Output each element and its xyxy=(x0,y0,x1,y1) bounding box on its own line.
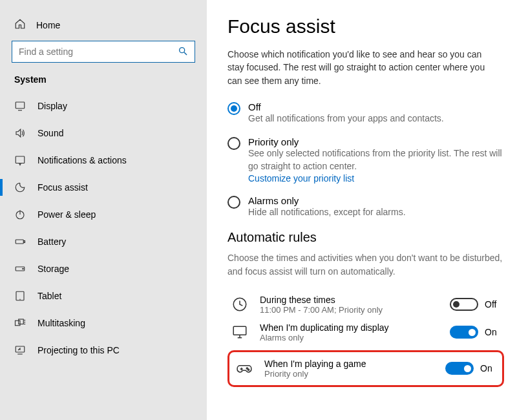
storage-icon xyxy=(14,263,26,275)
svg-marker-4 xyxy=(16,129,21,137)
option-off-hint: Get all notifications from your apps and… xyxy=(248,112,504,125)
display-icon xyxy=(14,100,26,112)
sidebar-item-label: Sound xyxy=(37,128,63,138)
svg-rect-10 xyxy=(24,241,25,243)
rule-duplicating-toggle[interactable] xyxy=(450,326,478,339)
battery-icon xyxy=(14,236,26,247)
rule-times-toggle[interactable] xyxy=(450,298,478,311)
sidebar-item-label: Battery xyxy=(37,236,66,247)
page-description: Choose which notification you'd like to … xyxy=(227,48,499,87)
svg-line-1 xyxy=(184,52,187,55)
rule-gaming-state: On xyxy=(480,363,497,373)
rule-times-label: During these times xyxy=(260,295,439,305)
svg-rect-5 xyxy=(16,156,25,163)
multitasking-icon xyxy=(14,317,26,329)
gamepad-icon xyxy=(235,359,254,378)
category-label: System xyxy=(0,74,207,92)
notifications-icon xyxy=(14,154,26,166)
sidebar-item-notifications[interactable]: Notifications & actions xyxy=(0,147,207,174)
rules-description: Choose the times and activities when you… xyxy=(227,251,504,278)
sidebar-item-battery[interactable]: Battery xyxy=(0,228,207,255)
sidebar-item-label: Multitasking xyxy=(37,318,85,328)
option-off[interactable]: Off Get all notifications from your apps… xyxy=(227,101,504,125)
sidebar-item-power[interactable]: Power & sleep xyxy=(0,201,207,228)
option-priority-hint: See only selected notifications from the… xyxy=(248,147,504,173)
sidebar-item-display[interactable]: Display xyxy=(0,92,207,120)
highlight-annotation: When I'm playing a game Priority only On xyxy=(227,350,504,387)
settings-sidebar: Home System Display Sound Notifications … xyxy=(0,0,207,420)
sidebar-item-label: Display xyxy=(37,101,67,111)
sidebar-item-tablet[interactable]: Tablet xyxy=(0,282,207,310)
sidebar-item-label: Projecting to this PC xyxy=(37,345,120,355)
home-link[interactable]: Home xyxy=(0,12,207,41)
svg-rect-9 xyxy=(16,240,23,244)
svg-rect-2 xyxy=(16,102,25,109)
rules-heading: Automatic rules xyxy=(227,230,504,245)
search-icon xyxy=(178,46,188,58)
svg-point-12 xyxy=(23,268,24,269)
power-icon xyxy=(14,209,26,220)
clock-icon xyxy=(230,295,249,314)
main-content: Focus assist Choose which notification y… xyxy=(207,0,517,420)
option-priority[interactable]: Priority only See only selected notifica… xyxy=(227,136,504,183)
svg-point-28 xyxy=(246,368,248,369)
focus-assist-icon xyxy=(14,182,26,193)
rule-gaming-label: When I'm playing a game xyxy=(264,359,435,369)
svg-marker-6 xyxy=(19,163,21,165)
rule-gaming[interactable]: When I'm playing a game Priority only On xyxy=(232,355,500,383)
rule-times-state: Off xyxy=(485,299,501,310)
rule-duplicating[interactable]: When I'm duplicating my display Alarms o… xyxy=(227,319,504,346)
sidebar-item-label: Power & sleep xyxy=(37,209,96,220)
svg-rect-15 xyxy=(16,320,21,326)
svg-rect-16 xyxy=(19,319,24,324)
search-input[interactable] xyxy=(19,47,178,57)
sidebar-item-label: Storage xyxy=(37,264,69,274)
sidebar-item-label: Notifications & actions xyxy=(37,155,127,165)
rule-gaming-toggle[interactable] xyxy=(445,362,474,375)
rule-duplicating-label: When I'm duplicating my display xyxy=(260,322,439,333)
sidebar-item-multitasking[interactable]: Multitasking xyxy=(0,310,207,337)
tablet-icon xyxy=(14,290,26,302)
sidebar-item-focus-assist[interactable]: Focus assist xyxy=(0,174,207,201)
rule-times[interactable]: During these times 11:00 PM - 7:00 AM; P… xyxy=(227,291,504,319)
sound-icon xyxy=(14,127,26,139)
option-priority-label: Priority only xyxy=(248,136,504,147)
sidebar-item-label: Focus assist xyxy=(37,182,88,193)
option-off-label: Off xyxy=(248,101,504,112)
rule-duplicating-state: On xyxy=(485,327,501,337)
svg-point-0 xyxy=(180,47,185,52)
svg-rect-23 xyxy=(233,327,246,335)
sidebar-item-label: Tablet xyxy=(37,291,61,301)
option-alarms-label: Alarms only xyxy=(248,195,504,206)
sidebar-item-projecting[interactable]: Projecting to this PC xyxy=(0,337,207,364)
rule-gaming-hint: Priority only xyxy=(264,369,435,379)
svg-point-29 xyxy=(248,369,249,370)
home-label: Home xyxy=(36,20,60,30)
radio-alarms[interactable] xyxy=(227,196,240,209)
sidebar-item-storage[interactable]: Storage xyxy=(0,255,207,282)
home-icon xyxy=(14,18,26,32)
projecting-icon xyxy=(14,344,26,356)
monitor-icon xyxy=(230,322,249,342)
sidebar-item-sound[interactable]: Sound xyxy=(0,120,207,147)
radio-priority[interactable] xyxy=(227,137,240,150)
search-field[interactable] xyxy=(12,41,195,63)
rule-times-hint: 11:00 PM - 7:00 AM; Priority only xyxy=(260,305,439,315)
page-title: Focus assist xyxy=(227,16,504,37)
rule-duplicating-hint: Alarms only xyxy=(260,333,439,342)
radio-off[interactable] xyxy=(227,102,240,115)
option-alarms-hint: Hide all notifications, except for alarm… xyxy=(248,206,504,219)
option-alarms[interactable]: Alarms only Hide all notifications, exce… xyxy=(227,195,504,219)
customize-priority-link[interactable]: Customize your priority list xyxy=(248,173,504,184)
